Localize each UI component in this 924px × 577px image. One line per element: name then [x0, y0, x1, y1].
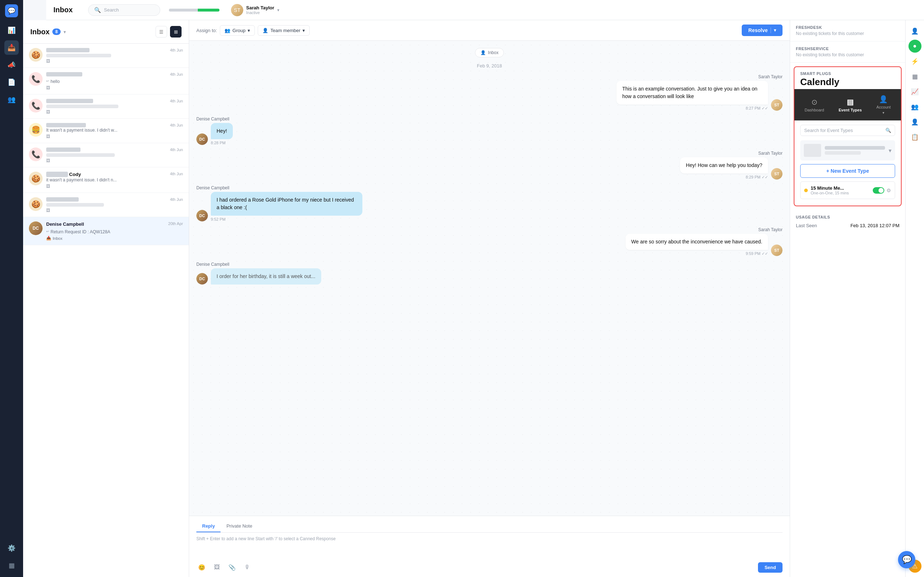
filter-button[interactable]: ⊞ — [170, 26, 181, 37]
msg-bubble-wrap: DC Hey! 8:28 PM — [196, 123, 233, 145]
msg-bubble: I had ordered a Rose Gold iPhone for my … — [211, 192, 362, 221]
user-name: Sarah Taylor — [246, 5, 274, 10]
list-item[interactable]: 🍪 Cody 4th Jun it wasn't a payment issue… — [23, 167, 189, 193]
conv-content: 4th Jun 🖼 — [46, 148, 183, 163]
conv-date: 4th Jun — [170, 72, 183, 76]
conversation-list: 🍪 4th Jun 🖼 📞 — [23, 44, 189, 577]
chat-header: Assign to: 👥 Group ▾ 👤 Team member ▾ Res… — [189, 20, 790, 41]
user-icon[interactable]: 👤 — [908, 115, 921, 128]
image-icon: 🖼 — [46, 59, 50, 63]
list-icon[interactable]: 📋 — [908, 131, 921, 143]
avatar: 🍪 — [29, 172, 43, 185]
conv-name: Denise Campbell — [46, 221, 84, 227]
calendly-nav-label: Account — [876, 105, 891, 109]
new-event-type-button[interactable]: + New Event Type — [800, 164, 895, 178]
msg-bubble-wrap: ST We are so sorry about the inconvenien… — [625, 234, 782, 256]
conv-content: 4th Jun It wasn't a payment issue. I did… — [46, 123, 183, 139]
calendly-nav-account[interactable]: 👤 Account ▾ — [872, 93, 895, 116]
smart-plugs-section: SMART PLUGS Calendly ⊙ Dashboard ▤ Event… — [794, 66, 901, 206]
msg-sender: Denise Campbell — [196, 185, 229, 190]
conv-date: 20th Apr — [168, 221, 183, 226]
avatar: DC — [196, 273, 208, 285]
toggle-button[interactable] — [873, 187, 884, 193]
conv-name — [46, 48, 89, 52]
search-event-types-input[interactable] — [804, 128, 883, 133]
msg-bubble-wrap: ST This is an example conversation. Just… — [617, 81, 782, 111]
msg-bubble: We are so sorry about the inconvenience … — [625, 234, 768, 256]
image-icon: 🖼 — [46, 110, 50, 114]
list-item[interactable]: 🍔 4th Jun It wasn't a payment issue. I d… — [23, 119, 189, 143]
nav-item-settings[interactable]: ⚙️ — [4, 541, 19, 555]
message-row: Sarah Taylor ST Hey! How can we help you… — [196, 151, 782, 180]
msg-time: 8:29 PM ✓✓ — [746, 175, 768, 180]
msg-bubble-wrap: DC I order for her birthday, it is still… — [196, 268, 321, 285]
grid-icon[interactable]: ▦ — [908, 70, 921, 83]
nav-item-campaigns[interactable]: 📣 — [4, 58, 19, 72]
status-green-icon[interactable]: ● — [908, 40, 921, 53]
msg-bubble-wrap: ST Hey! How can we help you today? 8:29 … — [680, 157, 782, 180]
date-divider: Feb 9, 2018 — [477, 63, 502, 69]
msg-text: I had ordered a Rose Gold iPhone for my … — [211, 192, 362, 216]
nav-item-grid[interactable]: ▦ — [4, 558, 19, 573]
freshdesk-title: FRESHDESK — [796, 25, 900, 29]
inbox-header: Inbox 8 ▾ ☰ ⊞ — [23, 20, 189, 44]
conv-name — [46, 197, 79, 201]
tab-reply[interactable]: Reply — [196, 521, 221, 532]
calendly-nav-event-types[interactable]: ▤ Event Types — [835, 96, 866, 114]
user-name-wrap: Sarah Taylor Inactive — [246, 5, 274, 15]
tab-private-note[interactable]: Private Note — [221, 521, 258, 532]
nav-item-contacts[interactable]: 👥 — [4, 92, 19, 107]
group-icon: 👥 — [225, 28, 230, 33]
nav-item-overview[interactable]: 📊 — [4, 23, 19, 37]
list-item[interactable]: 📞 4th Jun ↩ hello 🖼 — [23, 68, 189, 95]
search-icon: 🔍 — [885, 128, 891, 133]
attachment-button[interactable]: 📎 — [227, 562, 237, 573]
calendly-nav-dashboard[interactable]: ⊙ Dashboard — [800, 96, 828, 114]
conv-content: 4th Jun 🖼 — [46, 99, 183, 114]
list-item[interactable]: 📞 4th Jun 🖼 — [23, 143, 189, 167]
group-assign-button[interactable]: 👥 Group ▾ — [220, 25, 255, 36]
nav-item-documents[interactable]: 📄 — [4, 75, 19, 89]
nav-item-inbox[interactable]: 📥 — [4, 40, 19, 55]
right-panel: FRESHDESK No existing tickets for this c… — [790, 20, 905, 577]
chat-support-button[interactable]: 💬 — [898, 551, 915, 568]
conv-msg — [46, 54, 111, 57]
sort-button[interactable]: ☰ — [155, 26, 167, 37]
sp-label: SMART PLUGS — [800, 71, 895, 76]
conv-msg: It wasn't a payment issue. I didn't w... — [46, 128, 117, 133]
search-bar[interactable]: 🔍 — [88, 4, 160, 16]
inbox-title: Inbox — [30, 28, 50, 36]
message-input[interactable] — [196, 543, 782, 558]
image-button[interactable]: 🖼 — [212, 562, 222, 573]
profile-icon[interactable]: 👤 — [908, 24, 921, 37]
search-input[interactable] — [104, 7, 140, 13]
list-item[interactable]: DC Denise Campbell 20th Apr ↩ Return Req… — [23, 217, 189, 245]
event-info: 15 Minute Me... One-on-One, 15 mins — [811, 185, 870, 195]
chart-icon[interactable]: 📈 — [908, 85, 921, 98]
search-event-types[interactable]: 🔍 — [800, 125, 895, 136]
send-button[interactable]: Send — [758, 562, 782, 573]
avatar: 🍪 — [29, 197, 43, 211]
list-item[interactable]: 📞 4th Jun 🖼 — [23, 95, 189, 119]
messages-scroll[interactable]: 👤 Inbox Feb 9, 2018 Sarah Taylor ST This — [189, 41, 790, 516]
gear-icon[interactable]: ⚙ — [887, 187, 891, 193]
emoji-button[interactable]: 😊 — [196, 562, 207, 573]
team-member-assign-button[interactable]: 👤 Team member ▾ — [258, 25, 310, 36]
input-actions: 😊 🖼 📎 🎙 Send — [196, 562, 782, 573]
avatar: 📞 — [29, 99, 43, 113]
audio-button[interactable]: 🎙 — [242, 562, 253, 573]
list-item[interactable]: 🍪 4th Jun 🖼 — [23, 193, 189, 217]
resolve-button[interactable]: Resolve ▾ — [742, 24, 782, 36]
inbox-title-header: Inbox — [53, 6, 82, 14]
event-type-preview: ▾ — [800, 140, 895, 161]
freshservice-title: FRESHSERVICE — [796, 47, 900, 51]
user-profile[interactable]: ST Sarah Taylor Inactive ▾ — [231, 4, 279, 16]
chevron-down-icon[interactable]: ▾ — [63, 29, 66, 35]
team-icon[interactable]: 👥 — [908, 100, 921, 113]
lightning-icon[interactable]: ⚡ — [908, 55, 921, 68]
image-icon: 🖼 — [46, 184, 50, 188]
app-logo[interactable]: 💬 — [5, 4, 18, 17]
chevron-down-icon[interactable]: ▾ — [888, 147, 892, 154]
dashboard-icon: ⊙ — [811, 98, 817, 106]
list-item[interactable]: 🍪 4th Jun 🖼 — [23, 44, 189, 68]
